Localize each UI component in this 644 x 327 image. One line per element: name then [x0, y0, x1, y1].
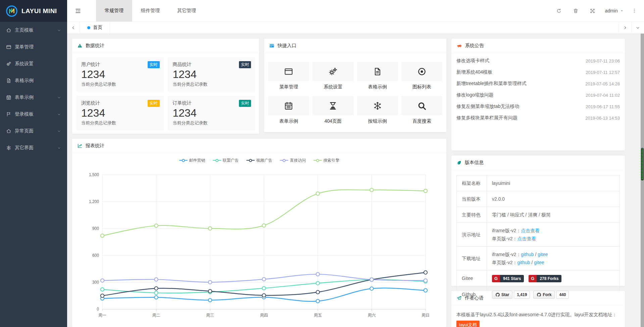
legend-item[interactable]: 直接访问 — [280, 157, 306, 163]
sidebar-item-label: 其它界面 — [15, 145, 34, 151]
version-row-label: Gitee — [457, 271, 487, 286]
legend-item[interactable]: 视频广告 — [246, 157, 273, 163]
quick-entry-菜单管理[interactable]: 菜单管理 — [268, 62, 309, 90]
svg-text:1,500: 1,500 — [89, 172, 99, 177]
caret-down-icon — [620, 9, 624, 13]
chevron-down-icon — [57, 129, 61, 133]
header-tab[interactable]: 组件管理 — [132, 0, 168, 22]
sidebar-item-label: 登录模板 — [15, 111, 34, 117]
link[interactable]: gitee — [534, 260, 544, 265]
page-content: 数据统计 用户统计1234当前分类总记录数实时商品统计1234当前分类总记录数实… — [67, 34, 644, 327]
gitee-badge[interactable]: G941 Stars — [492, 275, 524, 282]
github-fork-button[interactable]: Fork — [533, 291, 555, 299]
legend-item[interactable]: 联盟广告 — [213, 157, 239, 163]
tabs-scroll-left-button[interactable] — [67, 22, 80, 33]
legend-item[interactable]: 邮件营销 — [179, 157, 205, 163]
search-icon — [401, 96, 442, 115]
github-icon — [537, 292, 541, 297]
stat-panel: 商品统计1234当前分类总记录数实时 — [168, 57, 255, 92]
gitee-icon: G — [529, 275, 537, 282]
more-menu-button[interactable] — [628, 0, 641, 22]
stat-panel: 浏览统计1234当前分类总记录数实时 — [76, 96, 164, 130]
stat-value: 1234 — [81, 107, 159, 119]
announcement-item[interactable]: 新增系统404模板2019-07-11 12:57 — [451, 67, 625, 78]
link[interactable]: github — [521, 252, 534, 257]
link[interactable]: 点击查看 — [521, 228, 540, 233]
version-row: 演示地址iframe版-v2：点击查看单页版-v2：点击查看 — [457, 223, 620, 247]
github-count[interactable]: 1,419 — [514, 291, 530, 299]
sidebar-item[interactable]: 登录模板 — [0, 106, 67, 123]
svg-text:900: 900 — [92, 226, 99, 231]
gitee-badge[interactable]: G278 Forks — [529, 275, 561, 282]
github-count[interactable]: 440 — [556, 291, 569, 299]
tabs-dropdown-button[interactable] — [631, 22, 644, 33]
svg-text:周二: 周二 — [152, 313, 160, 318]
tabs-scroll-right-button[interactable] — [618, 22, 631, 33]
refresh-button[interactable] — [551, 0, 567, 22]
stat-label: 商品统计 — [173, 62, 250, 68]
announcement-date: 2019-06-13 14:53 — [585, 116, 620, 121]
announcement-text: 修改选项卡样式 — [456, 58, 489, 64]
sidebar-toggle-button[interactable] — [67, 0, 89, 22]
sidebar-item[interactable]: 菜单管理 — [0, 39, 67, 55]
quick-entry-按钮示例[interactable]: 按钮示例 — [357, 96, 398, 124]
tab-home[interactable]: 首页 — [80, 22, 110, 33]
clear-cache-button[interactable] — [567, 0, 584, 22]
window-icon — [6, 44, 15, 50]
sidebar-item[interactable]: 其它界面 — [0, 139, 67, 156]
layui-doc-badge[interactable]: layui文档 — [456, 321, 480, 327]
stat-panel: 订单统计1234当前分类总记录数实时 — [168, 96, 255, 130]
chevron-left-icon — [71, 26, 76, 30]
link[interactable]: gitee — [538, 252, 548, 257]
quick-entry-系统设置[interactable]: 系统设置 — [312, 62, 353, 90]
calendar-icon — [268, 96, 309, 115]
version-table: 框架名称layuimini当前版本v2.0.0主要特色零门槛 / 响应式 / 清… — [456, 175, 620, 303]
announcement-date: 2019-07-05 14:28 — [585, 81, 620, 86]
sidebar: LAYUI MINI 主页模板菜单管理系统设置表格示例表单示例登录模板异常页面其… — [0, 0, 67, 327]
quick-entry-图标列表[interactable]: 图标列表 — [401, 62, 442, 90]
legend-label: 邮件营销 — [189, 158, 205, 163]
gears-icon — [312, 62, 353, 81]
announcement-item[interactable]: 修改logo缩放问题2019-07-04 11:02 — [451, 89, 625, 101]
user-menu[interactable]: admin — [601, 0, 628, 22]
page-scrollbar[interactable] — [641, 34, 644, 327]
legend-item[interactable]: 搜索引擎 — [313, 157, 340, 163]
realtime-badge: 实时 — [239, 100, 251, 107]
quick-entry-百度搜索[interactable]: 百度搜索 — [401, 96, 442, 124]
home-icon — [6, 28, 15, 33]
quick-entry-表格示例[interactable]: 表格示例 — [357, 62, 398, 90]
stats-card: 数据统计 用户统计1234当前分类总记录数实时商品统计1234当前分类总记录数实… — [72, 39, 259, 134]
version-row: 下载地址iframe版-v2：github / gitee单页版-v2：gith… — [457, 247, 620, 271]
github-star-button[interactable]: Star — [492, 291, 512, 299]
legend-label: 直接访问 — [290, 158, 306, 163]
paper-plane-icon — [456, 295, 462, 301]
sidebar-item[interactable]: 系统设置 — [0, 55, 67, 72]
link[interactable]: github — [517, 260, 530, 265]
fullscreen-button[interactable] — [584, 0, 601, 22]
link[interactable]: 点击查看 — [517, 236, 536, 241]
sidebar-item[interactable]: 异常页面 — [0, 123, 67, 139]
header-tab[interactable]: 常规管理 — [96, 0, 132, 22]
sidebar-item[interactable]: 表格示例 — [0, 72, 67, 89]
stat-label: 浏览统计 — [81, 100, 159, 106]
quick-entry-label: 图标列表 — [401, 84, 442, 90]
announcement-item[interactable]: 新增treetable插件和菜单管理样式2019-07-05 14:28 — [451, 78, 625, 89]
quick-entry-表单示例[interactable]: 表单示例 — [268, 96, 309, 124]
announcement-item[interactable]: 修复多模块菜单栏展开有问题2019-06-13 14:53 — [451, 112, 625, 124]
hourglass-icon — [312, 96, 353, 115]
announcement-date: 2019-07-11 23:06 — [586, 58, 620, 64]
header-tab[interactable]: 其它管理 — [168, 0, 205, 22]
stat-caption: 当前分类总记录数 — [173, 81, 250, 87]
scrollbar-thumb[interactable] — [641, 148, 644, 180]
version-row-label: 演示地址 — [457, 223, 487, 247]
app-logo[interactable]: LAYUI MINI — [0, 0, 67, 22]
version-row-value: iframe版-v2：github / gitee单页版-v2：github /… — [487, 247, 620, 271]
sidebar-item[interactable]: 表单示例 — [0, 89, 67, 106]
sidebar-item-label: 菜单管理 — [15, 44, 34, 50]
sidebar-item[interactable]: 主页模板 — [0, 22, 67, 39]
announcement-date: 2019-07-11 12:57 — [586, 70, 620, 75]
quick-entry-404页面[interactable]: 404页面 — [312, 96, 353, 124]
topbar: 常规管理组件管理其它管理 admin — [67, 0, 644, 22]
announcement-item[interactable]: 修改选项卡样式2019-07-11 23:06 — [451, 55, 625, 67]
announcement-item[interactable]: 修复左侧菜单缩放tab无法移动2019-06-17 11:55 — [451, 101, 625, 112]
